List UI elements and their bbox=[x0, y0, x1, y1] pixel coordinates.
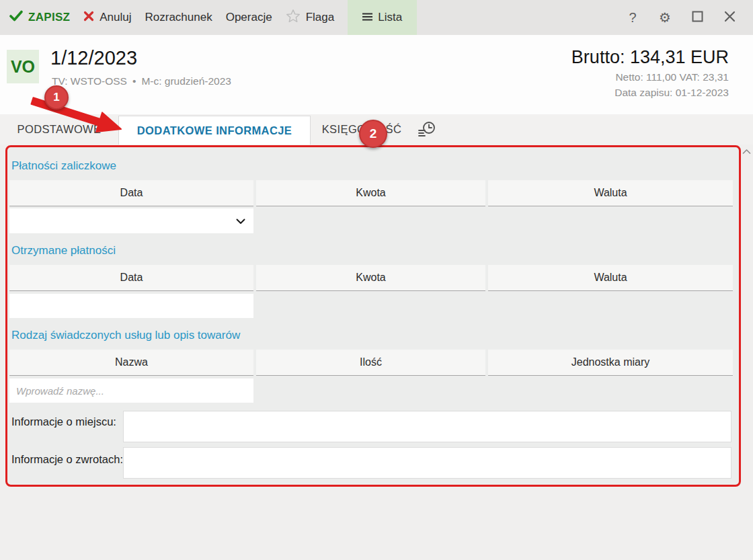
flag-button[interactable]: Flaga bbox=[286, 9, 335, 26]
document-number: 1/12/2023 bbox=[50, 47, 137, 69]
month-label: M-c: grudzień-2023 bbox=[141, 75, 231, 87]
service-name-input[interactable] bbox=[9, 378, 253, 403]
cancel-button[interactable]: Anuluj bbox=[83, 11, 131, 25]
annotation-step-1-label: 1 bbox=[53, 91, 59, 104]
list-button[interactable]: Lista bbox=[348, 0, 417, 35]
operations-button-label: Operacje bbox=[226, 11, 272, 24]
column-header-jednostka-miary: Jednostka miary bbox=[488, 350, 733, 376]
returns-info-textarea[interactable] bbox=[123, 447, 731, 479]
scrollbar-up-button[interactable] bbox=[741, 146, 752, 157]
column-header-waluta-2: Waluta bbox=[488, 265, 733, 291]
column-header-waluta: Waluta bbox=[488, 180, 733, 206]
x-icon bbox=[83, 11, 94, 25]
cancel-button-label: Anuluj bbox=[100, 11, 131, 24]
annotation-step-2: 2 bbox=[359, 120, 387, 148]
column-header-data: Data bbox=[9, 180, 253, 206]
help-button[interactable]: ? bbox=[625, 10, 640, 25]
question-icon: ? bbox=[629, 10, 636, 26]
save-date: Data zapisu: 01-12-2023 bbox=[571, 86, 729, 99]
star-icon bbox=[286, 9, 301, 26]
dot-separator: • bbox=[132, 75, 136, 87]
returns-info-label: Informacje o zwrotach: bbox=[11, 453, 123, 466]
gross-amount: Brutto: 134,31 EUR bbox=[571, 47, 729, 68]
toolbar: ZAPISZ Anuluj Rozrachunek Operacje Flaga bbox=[0, 0, 753, 35]
tab-dodatkowe-informacje-label: DODATKOWE INFORMACJE bbox=[137, 124, 292, 137]
place-info-textarea[interactable] bbox=[123, 411, 731, 442]
check-icon bbox=[9, 10, 23, 25]
tab-dodatkowe-informacje[interactable]: DODATKOWE INFORMACJE bbox=[118, 116, 311, 145]
toolbar-left-group: ZAPISZ Anuluj Rozrachunek Operacje Flaga bbox=[0, 0, 417, 35]
column-header-nazwa: Nazwa bbox=[9, 350, 253, 376]
column-header-kwota-2: Kwota bbox=[256, 265, 485, 291]
document-type-badge: VO bbox=[7, 50, 39, 83]
column-header-kwota: Kwota bbox=[256, 180, 485, 206]
section-advance-payments-title: Płatności zaliczkowe bbox=[11, 159, 116, 173]
document-subtitle: TV: WSTO-OSS • M-c: grudzień-2023 bbox=[52, 75, 231, 87]
chevron-down-icon bbox=[236, 215, 245, 227]
section-service-type-title: Rodzaj świadczonych usług lub opis towar… bbox=[11, 329, 240, 342]
save-button-label: ZAPISZ bbox=[28, 11, 70, 24]
annotation-step-1: 1 bbox=[44, 85, 69, 110]
advance-payment-date-select[interactable] bbox=[9, 208, 253, 233]
additional-info-panel: Płatności zaliczkowe Data Kwota Waluta O… bbox=[5, 145, 741, 487]
window-controls: ? ⚙ bbox=[625, 0, 753, 35]
column-header-data-2: Data bbox=[9, 265, 253, 291]
flag-button-label: Flaga bbox=[306, 11, 335, 24]
place-info-label: Informacje o miejscu: bbox=[11, 415, 116, 428]
annotation-step-2-label: 2 bbox=[370, 126, 377, 141]
operations-button[interactable]: Operacje bbox=[226, 11, 272, 24]
history-button[interactable] bbox=[413, 120, 440, 141]
net-vat-amount: Netto: 111,00 VAT: 23,31 bbox=[571, 71, 729, 83]
received-payment-date-input[interactable] bbox=[9, 294, 253, 318]
tax-type-label: TV: WSTO-OSS bbox=[52, 75, 127, 87]
app-window: ZAPISZ Anuluj Rozrachunek Operacje Flaga bbox=[0, 0, 753, 560]
settlement-button-label: Rozrachunek bbox=[145, 11, 212, 24]
menu-icon bbox=[362, 11, 372, 24]
close-icon bbox=[724, 10, 736, 26]
list-button-label: Lista bbox=[378, 11, 402, 24]
settlement-button[interactable]: Rozrachunek bbox=[145, 11, 212, 24]
close-button[interactable] bbox=[722, 10, 737, 25]
settings-button[interactable]: ⚙ bbox=[658, 10, 672, 25]
maximize-button[interactable] bbox=[690, 10, 705, 25]
annotation-arrow bbox=[27, 94, 134, 141]
maximize-icon bbox=[692, 10, 703, 26]
save-button[interactable]: ZAPISZ bbox=[9, 10, 70, 25]
history-icon bbox=[416, 120, 436, 141]
gear-icon: ⚙ bbox=[659, 9, 671, 26]
chevron-up-icon bbox=[742, 145, 751, 157]
amounts-summary: Brutto: 134,31 EUR Netto: 111,00 VAT: 23… bbox=[571, 47, 729, 99]
column-header-ilosc: Ilość bbox=[256, 350, 485, 376]
section-received-payments-title: Otrzymane płatności bbox=[11, 244, 116, 257]
